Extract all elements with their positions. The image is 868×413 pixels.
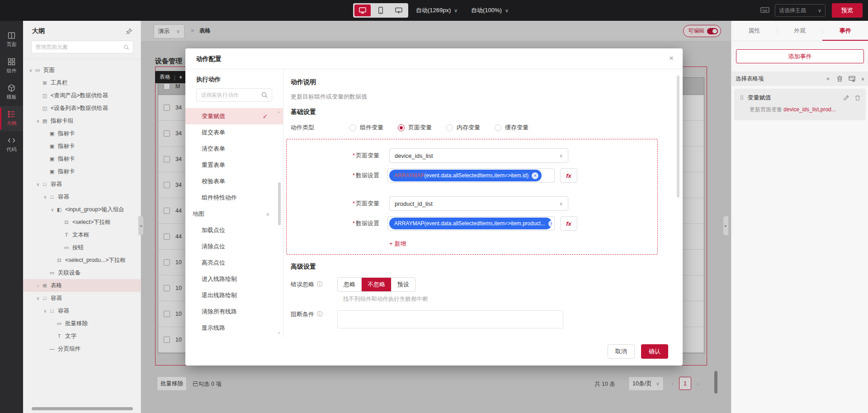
tree-item[interactable]: —分页组件 (23, 342, 141, 355)
radio-缓存变量[interactable]: 缓存变量 (495, 123, 528, 132)
data-setting-input[interactable]: ARRAYMAP(event.data.allSelectedItems,ite… (387, 216, 555, 231)
tree-item[interactable]: ▭批量移除 (23, 317, 141, 330)
action-item-提交表单[interactable]: 提交表单 (185, 124, 283, 141)
outline-search-input[interactable] (35, 44, 123, 50)
tree-item[interactable]: ▣指标卡 (23, 127, 141, 140)
action-item-高亮点位[interactable]: 高亮点位 (185, 255, 283, 271)
fx-editor-button[interactable]: fx (560, 216, 577, 231)
tree-item[interactable]: ⊡<select_produ...>下拉框 (23, 254, 141, 266)
tree-item[interactable]: ∨□容器 (23, 178, 141, 190)
confirm-button[interactable]: 确认 (641, 344, 668, 359)
remove-expression-icon[interactable]: × (548, 220, 552, 227)
expression-tag[interactable]: ARRAYMAP(event.data.allSelectedItems,ite… (389, 218, 552, 229)
radio-内存变量[interactable]: 内存变量 (446, 123, 480, 132)
chevron-down-icon[interactable]: ∨ (28, 68, 34, 73)
collapse-left-panel-handle[interactable]: ◂ (138, 216, 143, 235)
outline-horizontal-scrollbar[interactable] (32, 407, 133, 410)
tree-item[interactable]: ∨▤指标卡组 (23, 114, 141, 127)
error-option-预设[interactable]: 预设 (392, 278, 415, 291)
chevron-down-icon[interactable]: ∨ (35, 182, 41, 187)
action-item-清空表单[interactable]: 清空表单 (185, 141, 283, 157)
theme-select[interactable]: 请选择主题 ∨ (775, 4, 826, 17)
radio-circle[interactable] (446, 124, 453, 131)
chevron-down-icon[interactable]: ∨ (42, 309, 48, 313)
tree-item[interactable]: T文本框 (23, 228, 141, 241)
tree-item[interactable]: ∨◧<input_group>输入组合 (23, 203, 141, 216)
data-setting-input[interactable]: ARRAYMAP(event.data.allSelectedItems,ite… (387, 168, 555, 183)
canvas-width-select[interactable]: 自动(1269px) ∨ (416, 0, 458, 21)
tab-外观[interactable]: 外观 (777, 21, 823, 41)
error-option-忽略[interactable]: 忽略 (338, 278, 362, 291)
error-option-不忽略[interactable]: 不忽略 (362, 278, 392, 291)
tree-item[interactable]: ▣指标卡 (23, 152, 141, 165)
rail-item-组件[interactable]: 组件 (0, 53, 23, 79)
tree-item[interactable]: ▣指标卡 (23, 165, 141, 178)
tree-item[interactable]: ⊞工具栏 (23, 76, 141, 89)
panel-settings-icon[interactable] (849, 76, 855, 82)
tree-item[interactable]: ∨□容器 (23, 292, 141, 304)
add-icon[interactable]: ＋ (825, 75, 831, 83)
fx-editor-button[interactable]: fx (560, 168, 577, 183)
action-item-变量赋值[interactable]: 变量赋值✓ (185, 108, 283, 124)
chevron-down-icon[interactable]: ∨ (35, 296, 41, 301)
radio-circle[interactable] (495, 124, 501, 131)
action-item-显示线路[interactable]: 显示线路 (185, 320, 283, 336)
tree-item[interactable]: ▣指标卡 (23, 140, 141, 152)
shortcut-keyboard-icon[interactable] (760, 6, 769, 14)
scroll-down-icon[interactable]: ▼ (277, 331, 281, 335)
add-event-button[interactable]: 添加事件 (736, 49, 864, 63)
event-card[interactable]: ⠿ 变量赋值 更新页面变量 device_ids_l (734, 89, 866, 120)
chevron-down-icon[interactable]: ∨ (35, 119, 41, 123)
rail-item-模板[interactable]: 模板 (0, 80, 23, 105)
tree-item[interactable]: ∨□容器 (23, 190, 141, 203)
trash-icon[interactable] (855, 95, 860, 101)
action-item-进入线路绘制[interactable]: 进入线路绘制 (185, 271, 283, 287)
tree-item[interactable]: ∨▭页面 (23, 64, 141, 76)
outline-search[interactable] (31, 41, 133, 53)
device-preview-switcher[interactable] (353, 3, 408, 18)
rail-item-代码[interactable]: 代码 (0, 132, 23, 157)
action-list-scrollbar[interactable] (278, 182, 281, 225)
monitor-icon[interactable] (354, 5, 371, 16)
chevron-down-icon[interactable]: ∨ (49, 207, 56, 212)
edit-icon[interactable] (843, 95, 849, 101)
chevron-down-icon[interactable]: ∨ (861, 76, 864, 81)
add-variable-button[interactable]: + 新增 (389, 240, 406, 248)
tab-属性[interactable]: 属性 (731, 21, 777, 41)
tree-item[interactable]: ⊡<select>下拉框 (23, 216, 141, 228)
drag-handle-icon[interactable]: ⠿ (740, 95, 743, 101)
action-item-加载点位[interactable]: 加载点位 (185, 222, 283, 238)
tablet-icon[interactable] (373, 5, 389, 16)
trash-icon[interactable] (837, 76, 843, 82)
action-item-校验表单[interactable]: 校验表单 (185, 173, 283, 190)
chevron-right-icon[interactable]: › (35, 283, 41, 288)
action-search[interactable] (196, 88, 272, 102)
scroll-up-icon[interactable]: ▲ (277, 110, 281, 114)
action-item-清除所有线路[interactable]: 清除所有线路 (185, 304, 283, 320)
tree-item[interactable]: ▭关联设备 (23, 266, 141, 279)
close-icon[interactable]: × (669, 54, 674, 63)
canvas-zoom-select[interactable]: 自动(100%) ∨ (471, 0, 509, 21)
rail-item-大纲[interactable]: 大纲 (0, 106, 23, 131)
tab-事件[interactable]: 事件 (822, 21, 868, 41)
action-item-退出线路绘制[interactable]: 退出线路绘制 (185, 287, 283, 304)
action-item-清除点位[interactable]: 清除点位 (185, 238, 283, 255)
tree-item[interactable]: ◫<设备列表>数据供给器 (23, 102, 141, 114)
cast-icon[interactable] (391, 5, 407, 16)
page-variable-select[interactable]: device_ids_list∨ (389, 148, 568, 163)
preview-button[interactable]: 预览 (832, 3, 863, 18)
radio-circle[interactable] (349, 124, 356, 131)
collapse-right-panel-handle[interactable]: ▸ (723, 216, 728, 235)
tree-item[interactable]: ›⊞表格 (23, 279, 141, 292)
action-search-input[interactable] (201, 92, 261, 98)
tree-item[interactable]: ∨□容器 (23, 304, 141, 317)
action-item-重置表单[interactable]: 重置表单 (185, 157, 283, 173)
radio-circle[interactable] (398, 124, 405, 131)
remove-expression-icon[interactable]: × (532, 172, 538, 179)
cancel-button[interactable]: 取消 (608, 344, 635, 359)
rail-item-页面[interactable]: 页面 (0, 27, 23, 52)
blocked-condition-input[interactable] (337, 310, 563, 328)
tree-item[interactable]: ◫<查询产品>数据供给器 (23, 89, 141, 102)
action-item-组件特性动作[interactable]: 组件特性动作 (185, 190, 283, 206)
page-variable-select[interactable]: product_id_list∨ (389, 196, 568, 211)
